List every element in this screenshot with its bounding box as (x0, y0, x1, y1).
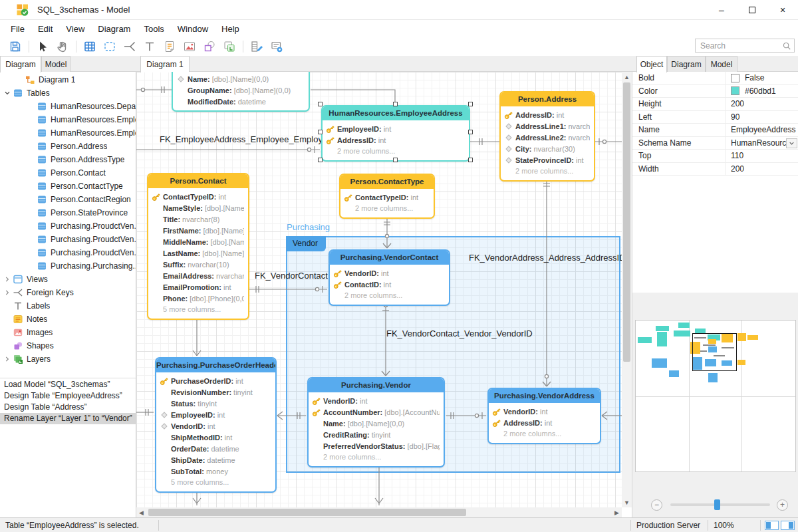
tab-right-diagram[interactable]: Diagram (667, 56, 706, 72)
minimap-viewport[interactable] (692, 333, 737, 371)
new-table-button[interactable] (80, 39, 100, 55)
vertical-scroll-thumb[interactable] (623, 82, 630, 362)
new-relation-button[interactable] (120, 39, 140, 55)
fk-relationship-label[interactable]: FK_VendorContact (255, 271, 328, 281)
tree-item-labels[interactable]: Labels (0, 299, 136, 313)
table-entity[interactable]: HumanResources.EmployeeAddressEmployeeID… (321, 105, 470, 162)
tree-item-table[interactable]: Person.ContactRegion (0, 193, 136, 206)
zoom-in-button[interactable]: + (777, 499, 788, 511)
tree-item-layers[interactable]: Layers (0, 352, 136, 366)
property-value[interactable]: #60dbd1 (726, 85, 798, 98)
tree-item-images[interactable]: Images (0, 326, 136, 339)
table-entity[interactable]: Purchasing.VendorVendorID:intAccountNumb… (307, 377, 445, 467)
minimize-button[interactable]: – (706, 0, 737, 20)
status-zoom-level[interactable]: 100% (714, 518, 734, 532)
horizontal-scroll-thumb[interactable] (148, 509, 466, 516)
property-value[interactable]: 200 (726, 163, 798, 176)
tree-item-table[interactable]: Purchasing.ProudctVen... (0, 219, 136, 233)
tab-left-diagram[interactable]: Diagram (0, 56, 41, 72)
tree-item-table[interactable]: Purchasing.ProudctVen... (0, 233, 136, 246)
history-item[interactable]: Design Table “Address” (0, 402, 136, 413)
tree-item-table[interactable]: Person.AddressType (0, 153, 136, 166)
horizontal-scrollbar[interactable]: ◀ ▶ (136, 507, 622, 517)
fk-relationship-label[interactable]: FK_EmployeeAddress_Employee_EmployeeID (160, 134, 340, 144)
vertical-scrollbar[interactable]: ▲ ▼ (622, 72, 632, 507)
menu-item-view[interactable]: View (59, 21, 91, 37)
selection-handle[interactable] (318, 130, 323, 134)
pointer-tool-button[interactable] (33, 39, 53, 55)
selection-handle[interactable] (468, 102, 473, 106)
menu-item-window[interactable]: Window (171, 21, 215, 37)
tree-item-table[interactable]: Purchasing.Purchasing... (0, 259, 136, 273)
new-label-button[interactable] (140, 39, 160, 55)
search-input[interactable] (700, 41, 782, 51)
tree-item-diagram-1[interactable]: Diagram 1 (0, 73, 136, 86)
search-box[interactable] (695, 39, 795, 53)
tree-item-shapes[interactable]: Shapes (0, 339, 136, 352)
scroll-left-icon[interactable]: ◀ (136, 507, 146, 517)
scroll-down-icon[interactable]: ▼ (622, 497, 632, 507)
menu-item-edit[interactable]: Edit (31, 21, 59, 37)
tree-item-table[interactable]: HumanResources.Emplo... (0, 113, 136, 126)
select-area-button[interactable] (100, 39, 120, 55)
tab-left-model[interactable]: Model (41, 56, 70, 72)
zoom-out-button[interactable]: − (651, 499, 662, 511)
maximize-button[interactable] (737, 0, 767, 20)
toggle-left-panel-button[interactable] (765, 521, 779, 530)
minimap[interactable] (635, 320, 796, 472)
property-value[interactable]: 200 (726, 98, 798, 110)
tree-item-table[interactable]: Person.StateProvince (0, 206, 136, 219)
schema-dropdown-button[interactable] (786, 138, 797, 148)
tree-item-tables[interactable]: Tables (0, 86, 136, 100)
property-value[interactable]: 110 (726, 150, 798, 162)
tree-item-table[interactable]: Person.Contact (0, 166, 136, 180)
menu-item-tools[interactable]: Tools (137, 21, 170, 37)
selection-handle[interactable] (468, 158, 473, 162)
close-button[interactable]: × (767, 0, 798, 20)
tree-item-table[interactable]: HumanResources.Depar... (0, 100, 136, 113)
history-item[interactable]: Rename Layer “Layer 1” to “Vendor” (0, 413, 136, 424)
table-entity[interactable]: Name:[dbo].[Name](0,0)GroupName:[dbo].[N… (172, 72, 310, 112)
scroll-right-icon[interactable]: ▶ (612, 507, 622, 517)
fk-relationship-label[interactable]: FK_VendorContact_Vendor_VendorID (386, 329, 533, 338)
new-note-button[interactable] (160, 39, 180, 55)
history-item[interactable]: Load Model “SQL_3schemas” (0, 379, 136, 390)
color-swatch[interactable] (731, 86, 739, 95)
fk-relationship-label[interactable]: FK_VendorAddress_Address_AddressID (469, 253, 622, 263)
table-entity[interactable]: Purchasing.VendorAddressVendorID:intAddr… (487, 388, 601, 444)
table-entity[interactable]: Person.ContactTypeContactTypeID:int2 mor… (339, 174, 435, 219)
zoom-slider[interactable] (670, 503, 770, 506)
save-button[interactable] (5, 39, 25, 55)
property-value[interactable]: HumanResources (726, 137, 798, 150)
status-server[interactable]: Production Server (636, 518, 700, 532)
new-shape-button[interactable] (200, 39, 219, 55)
selection-handle[interactable] (393, 102, 398, 106)
history-item[interactable]: Design Table “EmployeeAddress” (0, 390, 136, 402)
new-image-button[interactable] (180, 39, 200, 55)
diagram-canvas[interactable]: Purchasing Vendor FK_E (136, 72, 632, 517)
tree-item-table[interactable]: Person.ContactType (0, 180, 136, 193)
pan-tool-button[interactable] (53, 39, 72, 55)
selection-handle[interactable] (468, 130, 473, 134)
tree-item-foreign-keys[interactable]: Foreign Keys (0, 286, 136, 299)
selection-handle[interactable] (318, 158, 323, 162)
tree-item-table[interactable]: HumanResources.Emplo... (0, 126, 136, 140)
export-model-button[interactable] (267, 39, 287, 55)
property-value[interactable]: EmployeeAddress (726, 124, 798, 136)
table-entity[interactable]: Person.AddressAddressID:intAddressLine1:… (499, 91, 595, 182)
table-entity[interactable]: Person.ContactContactTypeID:intNameStyle… (147, 173, 249, 320)
tab-canvas-diagram-1[interactable]: Diagram 1 (140, 56, 190, 72)
property-value[interactable]: 90 (726, 111, 798, 124)
bold-checkbox[interactable] (731, 74, 739, 82)
tree-item-table[interactable]: Person.Address (0, 140, 136, 153)
new-layer-button[interactable] (219, 39, 239, 55)
tab-right-object[interactable]: Object (636, 56, 667, 72)
scroll-up-icon[interactable]: ▲ (622, 72, 632, 82)
property-value[interactable]: False (726, 72, 798, 84)
tab-right-model[interactable]: Model (706, 56, 737, 72)
selection-handle[interactable] (393, 158, 398, 162)
zoom-slider-handle[interactable] (714, 499, 720, 510)
toggle-right-panel-button[interactable] (781, 521, 795, 530)
tree-item-views[interactable]: Views (0, 273, 136, 286)
menu-item-file[interactable]: File (4, 21, 31, 37)
